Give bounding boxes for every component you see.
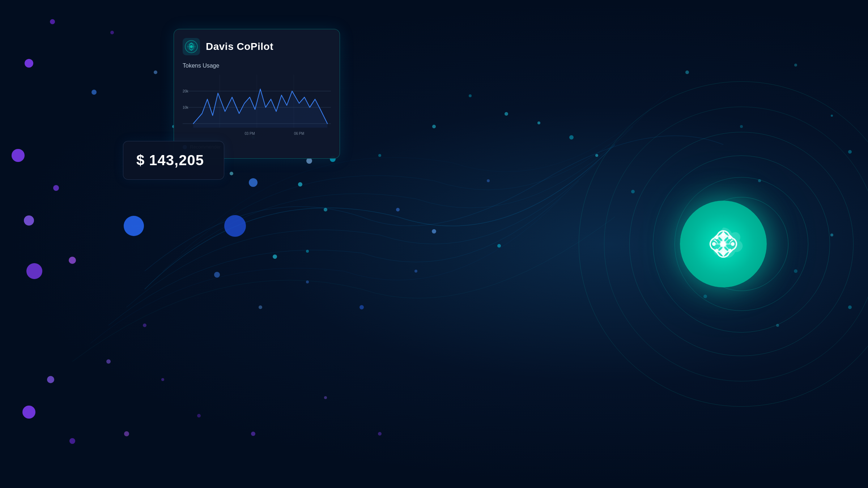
tokens-chart: 20k 10k 03 PM 06 PM [183,75,331,140]
ai-icon-circle [680,201,767,287]
svg-point-6 [715,249,719,252]
davis-copilot-icon [185,40,198,53]
copilot-title: Davis CoPilot [206,41,273,52]
svg-point-7 [712,242,716,246]
svg-text:06 PM: 06 PM [294,131,304,136]
svg-text:03 PM: 03 PM [244,131,255,136]
copilot-icon [183,38,200,55]
svg-point-8 [715,236,719,239]
copilot-card: Davis CoPilot Tokens Usage 20k 10k 03 PM… [174,29,340,159]
svg-text:20k: 20k [183,89,188,94]
tokens-usage-label: Tokens Usage [183,63,331,69]
svg-point-3 [731,242,735,246]
money-card: $ 143,205 [123,141,224,180]
svg-point-1 [722,233,725,236]
svg-marker-27 [193,89,327,128]
svg-text:10k: 10k [183,105,188,110]
money-value: $ 143,205 [136,152,204,168]
svg-point-5 [722,252,725,255]
svg-point-4 [728,249,732,252]
svg-point-2 [728,236,732,239]
copilot-header: Davis CoPilot [183,38,331,55]
chart-svg: 20k 10k 03 PM 06 PM [183,75,331,140]
openai-style-icon [700,221,747,267]
